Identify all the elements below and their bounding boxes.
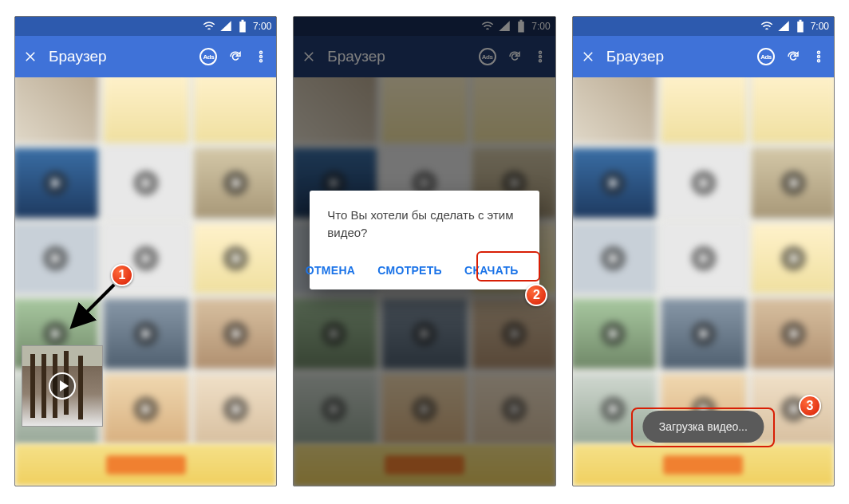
video-thumb[interactable] xyxy=(192,373,276,445)
video-thumb[interactable] xyxy=(192,297,276,369)
highlight-ring xyxy=(476,251,540,282)
refresh-icon[interactable] xyxy=(228,49,243,64)
appbar-title: Браузер xyxy=(49,48,188,65)
svg-point-14 xyxy=(817,60,819,62)
dialog-message: Что Вы хотели бы сделать с этим видео? xyxy=(327,207,523,242)
ads-badge[interactable]: Ads xyxy=(757,48,775,65)
svg-rect-11 xyxy=(799,20,801,22)
phone-screen-3: 7:00 Браузер Ads Загрузка видео... 3 xyxy=(572,16,835,486)
status-time: 7:00 xyxy=(253,21,271,32)
video-thumb[interactable] xyxy=(192,222,276,294)
svg-point-12 xyxy=(817,51,819,53)
ads-badge[interactable]: Ads xyxy=(199,48,217,65)
overflow-menu-icon[interactable] xyxy=(811,49,826,64)
cancel-button[interactable]: ОТМЕНА xyxy=(301,258,360,283)
close-icon[interactable] xyxy=(581,49,595,64)
video-thumb[interactable] xyxy=(102,373,189,445)
ad-banner[interactable] xyxy=(573,444,834,486)
refresh-icon[interactable] xyxy=(786,49,800,64)
phone-screen-1: 7:00 Браузер Ads 1 xyxy=(14,16,277,486)
status-bar: 7:00 xyxy=(15,17,276,36)
ad-banner[interactable] xyxy=(15,444,276,486)
svg-point-3 xyxy=(260,56,263,58)
step-badge-1: 1 xyxy=(111,264,133,286)
battery-icon xyxy=(793,19,808,33)
step-badge-3: 3 xyxy=(799,395,821,417)
video-thumb[interactable] xyxy=(102,297,189,369)
video-grid xyxy=(573,77,834,448)
highlight-ring xyxy=(631,408,775,447)
video-thumb[interactable] xyxy=(192,147,276,219)
signal-icon xyxy=(776,19,791,33)
svg-rect-0 xyxy=(239,22,246,33)
video-thumb[interactable] xyxy=(15,77,99,144)
phone-screen-2: 7:00 Браузер Ads Что Вы хотели бы сделат… xyxy=(293,16,555,486)
browser-content xyxy=(15,77,276,486)
app-bar: Браузер Ads xyxy=(15,36,276,77)
overflow-menu-icon[interactable] xyxy=(254,49,268,64)
svg-rect-10 xyxy=(797,22,804,33)
status-time: 7:00 xyxy=(811,21,829,32)
svg-point-2 xyxy=(260,51,263,53)
close-icon[interactable] xyxy=(23,49,38,64)
watch-button[interactable]: СМОТРЕТЬ xyxy=(373,258,447,283)
wifi-icon xyxy=(202,19,216,33)
video-thumb[interactable] xyxy=(192,77,276,144)
svg-point-4 xyxy=(260,60,263,62)
video-thumb[interactable] xyxy=(15,147,99,219)
appbar-title: Браузер xyxy=(606,48,746,65)
status-bar: 7:00 xyxy=(573,17,834,36)
video-thumb[interactable] xyxy=(102,77,189,144)
wifi-icon xyxy=(760,19,774,33)
svg-point-13 xyxy=(817,56,819,58)
battery-icon xyxy=(235,19,250,33)
modal-scrim-top xyxy=(294,17,555,77)
play-icon xyxy=(49,372,76,400)
video-thumb[interactable] xyxy=(102,147,189,219)
highlighted-video-thumb[interactable] xyxy=(22,345,103,427)
svg-rect-1 xyxy=(241,20,243,22)
signal-icon xyxy=(219,19,233,33)
video-thumb[interactable] xyxy=(15,222,99,294)
app-bar: Браузер Ads xyxy=(573,36,834,77)
